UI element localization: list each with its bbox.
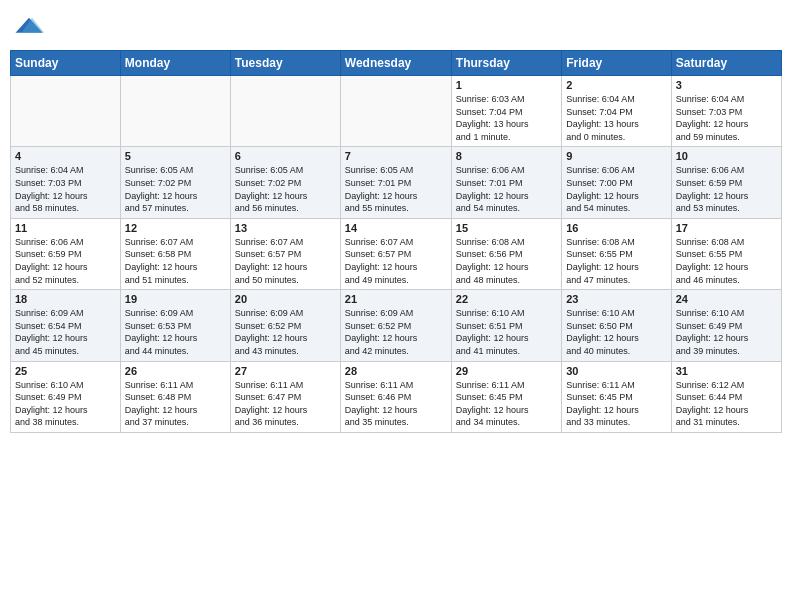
calendar-cell: 11Sunrise: 6:06 AM Sunset: 6:59 PM Dayli…	[11, 218, 121, 289]
calendar-table: SundayMondayTuesdayWednesdayThursdayFrid…	[10, 50, 782, 433]
day-number: 17	[676, 222, 777, 234]
day-info: Sunrise: 6:10 AM Sunset: 6:50 PM Dayligh…	[566, 307, 666, 357]
calendar-cell: 20Sunrise: 6:09 AM Sunset: 6:52 PM Dayli…	[230, 290, 340, 361]
day-info: Sunrise: 6:05 AM Sunset: 7:01 PM Dayligh…	[345, 164, 447, 214]
day-number: 10	[676, 150, 777, 162]
calendar-cell: 10Sunrise: 6:06 AM Sunset: 6:59 PM Dayli…	[671, 147, 781, 218]
day-header-saturday: Saturday	[671, 51, 781, 76]
day-number: 20	[235, 293, 336, 305]
day-info: Sunrise: 6:07 AM Sunset: 6:57 PM Dayligh…	[235, 236, 336, 286]
calendar-cell: 2Sunrise: 6:04 AM Sunset: 7:04 PM Daylig…	[562, 76, 671, 147]
calendar-cell	[340, 76, 451, 147]
day-number: 12	[125, 222, 226, 234]
day-header-thursday: Thursday	[451, 51, 561, 76]
calendar-cell: 15Sunrise: 6:08 AM Sunset: 6:56 PM Dayli…	[451, 218, 561, 289]
day-header-wednesday: Wednesday	[340, 51, 451, 76]
calendar-cell: 31Sunrise: 6:12 AM Sunset: 6:44 PM Dayli…	[671, 361, 781, 432]
day-info: Sunrise: 6:05 AM Sunset: 7:02 PM Dayligh…	[125, 164, 226, 214]
calendar-cell: 7Sunrise: 6:05 AM Sunset: 7:01 PM Daylig…	[340, 147, 451, 218]
day-info: Sunrise: 6:06 AM Sunset: 6:59 PM Dayligh…	[15, 236, 116, 286]
day-info: Sunrise: 6:11 AM Sunset: 6:45 PM Dayligh…	[566, 379, 666, 429]
calendar-cell: 16Sunrise: 6:08 AM Sunset: 6:55 PM Dayli…	[562, 218, 671, 289]
calendar-week-3: 11Sunrise: 6:06 AM Sunset: 6:59 PM Dayli…	[11, 218, 782, 289]
day-info: Sunrise: 6:04 AM Sunset: 7:03 PM Dayligh…	[676, 93, 777, 143]
day-number: 5	[125, 150, 226, 162]
day-number: 7	[345, 150, 447, 162]
calendar-cell: 23Sunrise: 6:10 AM Sunset: 6:50 PM Dayli…	[562, 290, 671, 361]
calendar-week-5: 25Sunrise: 6:10 AM Sunset: 6:49 PM Dayli…	[11, 361, 782, 432]
calendar-cell: 22Sunrise: 6:10 AM Sunset: 6:51 PM Dayli…	[451, 290, 561, 361]
day-header-sunday: Sunday	[11, 51, 121, 76]
day-number: 13	[235, 222, 336, 234]
day-number: 26	[125, 365, 226, 377]
day-number: 22	[456, 293, 557, 305]
day-info: Sunrise: 6:04 AM Sunset: 7:03 PM Dayligh…	[15, 164, 116, 214]
calendar-cell: 13Sunrise: 6:07 AM Sunset: 6:57 PM Dayli…	[230, 218, 340, 289]
day-info: Sunrise: 6:09 AM Sunset: 6:54 PM Dayligh…	[15, 307, 116, 357]
calendar-cell: 9Sunrise: 6:06 AM Sunset: 7:00 PM Daylig…	[562, 147, 671, 218]
calendar-week-4: 18Sunrise: 6:09 AM Sunset: 6:54 PM Dayli…	[11, 290, 782, 361]
calendar-cell: 18Sunrise: 6:09 AM Sunset: 6:54 PM Dayli…	[11, 290, 121, 361]
day-info: Sunrise: 6:05 AM Sunset: 7:02 PM Dayligh…	[235, 164, 336, 214]
day-info: Sunrise: 6:08 AM Sunset: 6:55 PM Dayligh…	[676, 236, 777, 286]
day-info: Sunrise: 6:09 AM Sunset: 6:52 PM Dayligh…	[235, 307, 336, 357]
day-number: 16	[566, 222, 666, 234]
calendar-cell: 24Sunrise: 6:10 AM Sunset: 6:49 PM Dayli…	[671, 290, 781, 361]
calendar-header-row: SundayMondayTuesdayWednesdayThursdayFrid…	[11, 51, 782, 76]
calendar-cell: 4Sunrise: 6:04 AM Sunset: 7:03 PM Daylig…	[11, 147, 121, 218]
day-info: Sunrise: 6:08 AM Sunset: 6:55 PM Dayligh…	[566, 236, 666, 286]
day-number: 23	[566, 293, 666, 305]
day-info: Sunrise: 6:06 AM Sunset: 7:01 PM Dayligh…	[456, 164, 557, 214]
day-number: 4	[15, 150, 116, 162]
calendar-cell: 6Sunrise: 6:05 AM Sunset: 7:02 PM Daylig…	[230, 147, 340, 218]
day-info: Sunrise: 6:07 AM Sunset: 6:58 PM Dayligh…	[125, 236, 226, 286]
day-info: Sunrise: 6:04 AM Sunset: 7:04 PM Dayligh…	[566, 93, 666, 143]
day-number: 2	[566, 79, 666, 91]
day-number: 31	[676, 365, 777, 377]
day-info: Sunrise: 6:11 AM Sunset: 6:48 PM Dayligh…	[125, 379, 226, 429]
day-header-monday: Monday	[120, 51, 230, 76]
day-number: 21	[345, 293, 447, 305]
calendar-cell: 21Sunrise: 6:09 AM Sunset: 6:52 PM Dayli…	[340, 290, 451, 361]
logo	[14, 16, 46, 36]
logo-icon	[14, 16, 44, 36]
calendar-cell: 8Sunrise: 6:06 AM Sunset: 7:01 PM Daylig…	[451, 147, 561, 218]
calendar-cell: 25Sunrise: 6:10 AM Sunset: 6:49 PM Dayli…	[11, 361, 121, 432]
calendar-cell: 12Sunrise: 6:07 AM Sunset: 6:58 PM Dayli…	[120, 218, 230, 289]
day-info: Sunrise: 6:09 AM Sunset: 6:53 PM Dayligh…	[125, 307, 226, 357]
day-info: Sunrise: 6:10 AM Sunset: 6:51 PM Dayligh…	[456, 307, 557, 357]
calendar-week-1: 1Sunrise: 6:03 AM Sunset: 7:04 PM Daylig…	[11, 76, 782, 147]
calendar-cell: 14Sunrise: 6:07 AM Sunset: 6:57 PM Dayli…	[340, 218, 451, 289]
day-number: 18	[15, 293, 116, 305]
calendar-cell	[11, 76, 121, 147]
day-number: 27	[235, 365, 336, 377]
calendar-cell: 1Sunrise: 6:03 AM Sunset: 7:04 PM Daylig…	[451, 76, 561, 147]
day-number: 11	[15, 222, 116, 234]
calendar-cell: 29Sunrise: 6:11 AM Sunset: 6:45 PM Dayli…	[451, 361, 561, 432]
day-header-friday: Friday	[562, 51, 671, 76]
day-header-tuesday: Tuesday	[230, 51, 340, 76]
day-info: Sunrise: 6:11 AM Sunset: 6:47 PM Dayligh…	[235, 379, 336, 429]
day-info: Sunrise: 6:11 AM Sunset: 6:46 PM Dayligh…	[345, 379, 447, 429]
calendar-cell: 3Sunrise: 6:04 AM Sunset: 7:03 PM Daylig…	[671, 76, 781, 147]
calendar-cell: 28Sunrise: 6:11 AM Sunset: 6:46 PM Dayli…	[340, 361, 451, 432]
calendar-cell: 17Sunrise: 6:08 AM Sunset: 6:55 PM Dayli…	[671, 218, 781, 289]
day-info: Sunrise: 6:08 AM Sunset: 6:56 PM Dayligh…	[456, 236, 557, 286]
calendar-cell: 19Sunrise: 6:09 AM Sunset: 6:53 PM Dayli…	[120, 290, 230, 361]
day-number: 6	[235, 150, 336, 162]
day-info: Sunrise: 6:10 AM Sunset: 6:49 PM Dayligh…	[15, 379, 116, 429]
day-info: Sunrise: 6:03 AM Sunset: 7:04 PM Dayligh…	[456, 93, 557, 143]
day-number: 15	[456, 222, 557, 234]
calendar-cell	[120, 76, 230, 147]
day-info: Sunrise: 6:12 AM Sunset: 6:44 PM Dayligh…	[676, 379, 777, 429]
day-number: 1	[456, 79, 557, 91]
day-info: Sunrise: 6:06 AM Sunset: 6:59 PM Dayligh…	[676, 164, 777, 214]
day-info: Sunrise: 6:09 AM Sunset: 6:52 PM Dayligh…	[345, 307, 447, 357]
calendar-cell: 27Sunrise: 6:11 AM Sunset: 6:47 PM Dayli…	[230, 361, 340, 432]
day-number: 8	[456, 150, 557, 162]
day-number: 30	[566, 365, 666, 377]
page-header	[10, 10, 782, 42]
day-number: 25	[15, 365, 116, 377]
day-number: 19	[125, 293, 226, 305]
calendar-cell	[230, 76, 340, 147]
